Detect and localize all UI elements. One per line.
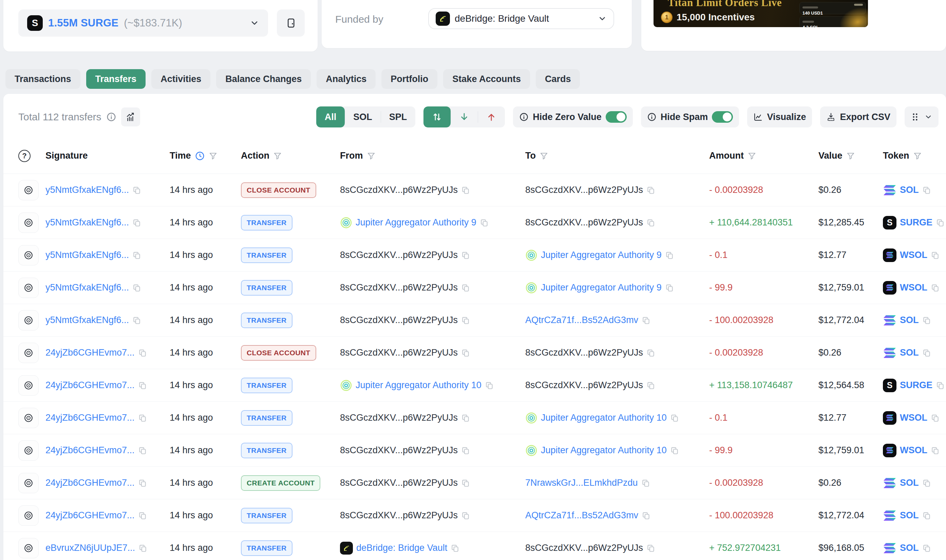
account-link[interactable]: Jupiter Aggregator Authority 10 — [356, 380, 481, 391]
account-address[interactable]: 8sCGczdXKV...p6Wz2PyUJs — [525, 348, 643, 358]
copy-icon[interactable] — [922, 511, 931, 520]
token-link[interactable]: WSOL — [900, 445, 927, 455]
tab-portfolio[interactable]: Portfolio — [381, 69, 437, 89]
tab-analytics[interactable]: Analytics — [316, 69, 376, 89]
signature-link[interactable]: eBvruxZN6jUUpJE7... — [45, 543, 135, 553]
token-link[interactable]: WSOL — [900, 282, 927, 293]
copy-icon[interactable] — [138, 446, 147, 455]
copy-icon[interactable] — [641, 478, 650, 488]
account-link[interactable]: AQtrCZa71f...Bs52AdG3mv — [525, 510, 638, 521]
copy-icon[interactable] — [936, 381, 944, 390]
filter-icon[interactable] — [273, 152, 282, 160]
filter-icon[interactable] — [540, 152, 548, 160]
copy-icon[interactable] — [132, 186, 141, 195]
hide-spam-toggle[interactable] — [712, 111, 733, 123]
sort-both-button[interactable] — [423, 106, 451, 128]
tab-transfers[interactable]: Transfers — [86, 69, 146, 89]
view-transfer-button[interactable] — [19, 375, 39, 395]
account-address[interactable]: 8sCGczdXKV...p6Wz2PyUJs — [340, 445, 458, 455]
account-link[interactable]: deBridge: Bridge Vault — [356, 543, 447, 553]
copy-icon[interactable] — [480, 218, 489, 227]
token-link[interactable]: SOL — [900, 510, 919, 521]
account-link[interactable]: Jupiter Aggregator Authority 9 — [541, 282, 662, 293]
signature-link[interactable]: 24yjZb6CGHEvmo7... — [45, 380, 135, 391]
tab-transactions[interactable]: Transactions — [5, 69, 80, 89]
account-address[interactable]: 8sCGczdXKV...p6Wz2PyUJs — [340, 478, 458, 488]
view-transfer-button[interactable] — [19, 310, 39, 331]
account-address[interactable]: 8sCGczdXKV...p6Wz2PyUJs — [340, 510, 458, 521]
copy-icon[interactable] — [485, 381, 494, 390]
table-settings-button[interactable] — [904, 106, 938, 128]
info-icon[interactable] — [519, 112, 529, 122]
account-link[interactable]: Jupiter Aggregator Authority 9 — [356, 217, 476, 228]
copy-icon[interactable] — [461, 283, 470, 292]
view-transfer-button[interactable] — [19, 440, 39, 461]
copy-icon[interactable] — [451, 544, 460, 552]
filter-icon[interactable] — [747, 152, 756, 160]
copy-icon[interactable] — [138, 381, 147, 390]
token-link[interactable]: WSOL — [900, 250, 927, 260]
account-link[interactable]: Jupiter Aggregator Authority 10 — [541, 445, 667, 455]
account-address[interactable]: 8sCGczdXKV...p6Wz2PyUJs — [340, 315, 458, 325]
filter-icon[interactable] — [913, 152, 922, 160]
copy-icon[interactable] — [922, 544, 931, 552]
copy-icon[interactable] — [922, 478, 931, 488]
copy-icon[interactable] — [647, 348, 655, 357]
view-transfer-button[interactable] — [19, 180, 39, 200]
copy-icon[interactable] — [642, 316, 650, 325]
view-transfer-button[interactable] — [19, 343, 39, 363]
token-link[interactable]: SOL — [900, 478, 919, 488]
view-transfer-button[interactable] — [19, 538, 39, 558]
funded-by-select[interactable]: deBridge: Bridge Vault — [428, 8, 614, 29]
tab-stake-accounts[interactable]: Stake Accounts — [443, 69, 530, 89]
account-address[interactable]: 8sCGczdXKV...p6Wz2PyUJs — [340, 185, 458, 195]
scope-spl-button[interactable]: SPL — [381, 106, 416, 128]
view-transfer-button[interactable] — [19, 473, 39, 493]
filter-icon[interactable] — [846, 152, 855, 160]
copy-icon[interactable] — [139, 544, 147, 552]
account-link[interactable]: Jupiter Aggregator Authority 10 — [541, 412, 667, 423]
copy-icon[interactable] — [931, 414, 940, 422]
copy-icon[interactable] — [461, 446, 470, 455]
copy-icon[interactable] — [642, 511, 650, 520]
filter-icon[interactable] — [367, 152, 376, 160]
transfer-chart-button[interactable] — [121, 108, 140, 126]
account-address[interactable]: 8sCGczdXKV...p6Wz2PyUJs — [525, 380, 643, 391]
token-link[interactable]: SOL — [900, 543, 919, 553]
view-transfer-button[interactable] — [19, 278, 39, 298]
copy-icon[interactable] — [922, 348, 931, 357]
token-link[interactable]: SOL — [900, 348, 919, 358]
account-address[interactable]: 8sCGczdXKV...p6Wz2PyUJs — [525, 543, 643, 553]
copy-icon[interactable] — [461, 414, 470, 422]
signature-link[interactable]: 24yjZb6CGHEvmo7... — [45, 348, 135, 358]
scope-sol-button[interactable]: SOL — [345, 106, 381, 128]
copy-icon[interactable] — [461, 251, 470, 260]
copy-icon[interactable] — [647, 218, 655, 227]
copy-icon[interactable] — [138, 414, 147, 422]
tab-activities[interactable]: Activities — [151, 69, 210, 89]
account-address[interactable]: 8sCGczdXKV...p6Wz2PyUJs — [340, 250, 458, 260]
signature-link[interactable]: 24yjZb6CGHEvmo7... — [45, 510, 135, 521]
account-address[interactable]: 8sCGczdXKV...p6Wz2PyUJs — [525, 185, 643, 195]
signature-link[interactable]: y5NmtGfxakENgf6... — [45, 250, 129, 260]
view-transfer-button[interactable] — [19, 408, 39, 428]
info-icon[interactable] — [647, 112, 657, 122]
copy-icon[interactable] — [461, 186, 470, 195]
copy-icon[interactable] — [138, 478, 147, 488]
help-icon[interactable]: ? — [19, 150, 31, 162]
copy-icon[interactable] — [922, 316, 931, 325]
token-link[interactable]: WSOL — [900, 412, 927, 423]
copy-icon[interactable] — [922, 186, 931, 195]
view-transfer-button[interactable] — [19, 505, 39, 526]
filter-icon[interactable] — [209, 152, 218, 160]
signature-link[interactable]: y5NmtGfxakENgf6... — [45, 282, 129, 293]
copy-icon[interactable] — [936, 218, 944, 227]
signature-link[interactable]: y5NmtGfxakENgf6... — [45, 315, 129, 325]
info-icon[interactable] — [106, 112, 116, 122]
copy-icon[interactable] — [132, 218, 141, 227]
copy-icon[interactable] — [647, 544, 655, 552]
signature-link[interactable]: 24yjZb6CGHEvmo7... — [45, 412, 135, 423]
signature-link[interactable]: y5NmtGfxakENgf6... — [45, 217, 129, 228]
copy-icon[interactable] — [670, 446, 679, 455]
copy-icon[interactable] — [132, 251, 141, 260]
